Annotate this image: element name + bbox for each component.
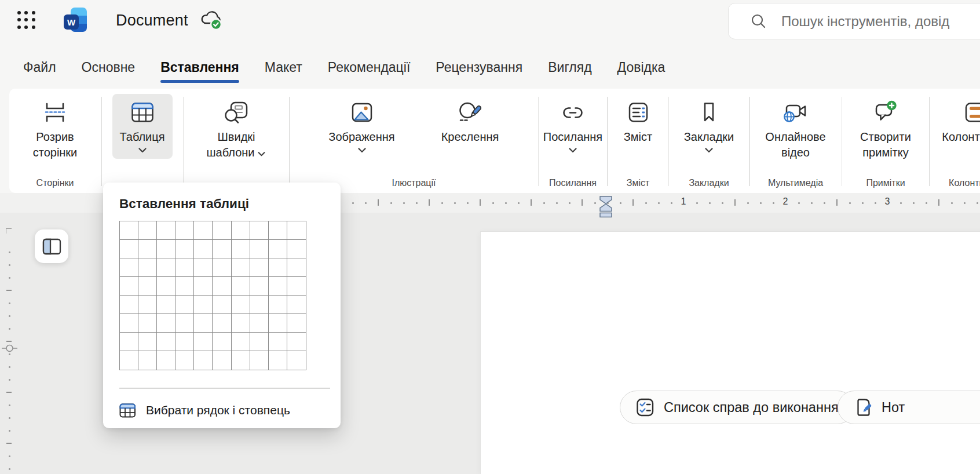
table-grid-cell[interactable] bbox=[194, 333, 213, 351]
table-grid-cell[interactable] bbox=[157, 333, 175, 351]
table-grid-cell[interactable] bbox=[213, 314, 231, 333]
table-grid-cell[interactable] bbox=[138, 277, 157, 296]
table-grid-cell[interactable] bbox=[232, 258, 250, 277]
table-grid-cell[interactable] bbox=[250, 240, 269, 258]
table-grid-cell[interactable] bbox=[138, 296, 157, 314]
table-grid-cell[interactable] bbox=[232, 221, 250, 240]
link-button[interactable]: Посилання bbox=[540, 94, 606, 155]
table-grid-cell[interactable] bbox=[175, 277, 194, 296]
table-grid-cell[interactable] bbox=[287, 333, 306, 351]
table-grid-cell[interactable] bbox=[269, 240, 287, 258]
table-grid-cell[interactable] bbox=[250, 296, 269, 314]
table-grid-cell[interactable] bbox=[232, 351, 250, 370]
table-grid-cell[interactable] bbox=[120, 296, 138, 314]
table-grid-cell[interactable] bbox=[157, 258, 175, 277]
table-grid-cell[interactable] bbox=[287, 258, 306, 277]
table-grid-cell[interactable] bbox=[138, 333, 157, 351]
tab-layout[interactable]: Макет bbox=[265, 60, 302, 75]
table-grid-cell[interactable] bbox=[232, 314, 250, 333]
table-grid-cell[interactable] bbox=[175, 258, 194, 277]
table-grid-cell[interactable] bbox=[120, 333, 138, 351]
table-grid-cell[interactable] bbox=[120, 314, 138, 333]
table-grid-cell[interactable] bbox=[175, 296, 194, 314]
table-grid-cell[interactable] bbox=[194, 351, 213, 370]
tab-help[interactable]: Довідка bbox=[617, 60, 665, 75]
table-grid-cell[interactable] bbox=[250, 258, 269, 277]
document-page[interactable] bbox=[481, 232, 980, 474]
table-grid-cell[interactable] bbox=[175, 221, 194, 240]
table-grid-cell[interactable] bbox=[250, 333, 269, 351]
table-grid-cell[interactable] bbox=[213, 333, 231, 351]
table-grid-cell[interactable] bbox=[120, 351, 138, 370]
document-title[interactable]: Document bbox=[116, 12, 188, 30]
table-grid-cell[interactable] bbox=[157, 314, 175, 333]
search-input[interactable]: Пошук інструментів, довід bbox=[728, 3, 980, 39]
table-grid-cell[interactable] bbox=[138, 240, 157, 258]
table-grid-cell[interactable] bbox=[269, 351, 287, 370]
table-grid-cell[interactable] bbox=[250, 277, 269, 296]
table-grid-cell[interactable] bbox=[194, 258, 213, 277]
table-grid-cell[interactable] bbox=[138, 314, 157, 333]
table-grid-cell[interactable] bbox=[194, 221, 213, 240]
table-grid-cell[interactable] bbox=[232, 240, 250, 258]
tab-file[interactable]: Файл bbox=[23, 60, 56, 75]
page-break-button[interactable]: Розрив сторінки bbox=[18, 94, 92, 163]
table-grid-cell[interactable] bbox=[175, 351, 194, 370]
table-grid-cell[interactable] bbox=[213, 296, 231, 314]
table-grid-cell[interactable] bbox=[120, 258, 138, 277]
todo-list-suggestion-button[interactable]: Список справ до виконання bbox=[620, 391, 854, 424]
table-grid-cell[interactable] bbox=[157, 240, 175, 258]
table-grid-cell[interactable] bbox=[287, 351, 306, 370]
table-grid-cell[interactable] bbox=[250, 221, 269, 240]
table-grid-cell[interactable] bbox=[138, 351, 157, 370]
table-grid-cell[interactable] bbox=[287, 314, 306, 333]
table-grid-cell[interactable] bbox=[120, 277, 138, 296]
table-grid-cell[interactable] bbox=[213, 277, 231, 296]
table-grid-cell[interactable] bbox=[269, 277, 287, 296]
table-grid-cell[interactable] bbox=[157, 351, 175, 370]
table-grid-cell[interactable] bbox=[175, 314, 194, 333]
table-grid-cell[interactable] bbox=[157, 221, 175, 240]
choose-rows-columns-item[interactable]: Вибрати рядок і стовпець bbox=[119, 403, 324, 418]
table-grid-cell[interactable] bbox=[250, 351, 269, 370]
table-grid-cell[interactable] bbox=[120, 221, 138, 240]
drawing-button[interactable]: Креслення bbox=[422, 94, 518, 155]
table-grid-cell[interactable] bbox=[287, 240, 306, 258]
table-grid-cell[interactable] bbox=[213, 240, 231, 258]
table-grid-cell[interactable] bbox=[194, 314, 213, 333]
tab-home[interactable]: Основне bbox=[82, 60, 136, 75]
table-grid-cell[interactable] bbox=[138, 221, 157, 240]
cloud-saved-icon[interactable] bbox=[199, 9, 224, 35]
table-grid-cell[interactable] bbox=[269, 258, 287, 277]
table-grid-cell[interactable] bbox=[175, 333, 194, 351]
table-grid-cell[interactable] bbox=[232, 277, 250, 296]
table-button[interactable]: Таблиця bbox=[112, 94, 173, 159]
app-launcher-button[interactable] bbox=[16, 9, 37, 31]
quick-templates-button[interactable]: Швидкі шаблони bbox=[190, 94, 283, 163]
online-video-button[interactable]: Онлайнове відео bbox=[755, 94, 836, 163]
table-grid-cell[interactable] bbox=[213, 221, 231, 240]
table-grid-cell[interactable] bbox=[194, 296, 213, 314]
table-grid-cell[interactable] bbox=[232, 296, 250, 314]
table-grid-cell[interactable] bbox=[287, 296, 306, 314]
table-grid-cell[interactable] bbox=[157, 296, 175, 314]
table-grid-cell[interactable] bbox=[287, 221, 306, 240]
table-grid-cell[interactable] bbox=[287, 277, 306, 296]
bookmarks-button[interactable]: Закладки bbox=[681, 94, 738, 155]
page-panel-button[interactable] bbox=[35, 229, 68, 263]
table-grid-cell[interactable] bbox=[269, 221, 287, 240]
indent-marker[interactable] bbox=[599, 196, 613, 220]
table-grid-cell[interactable] bbox=[194, 240, 213, 258]
toc-button[interactable]: Зміст bbox=[620, 94, 656, 147]
table-grid-cell[interactable] bbox=[138, 258, 157, 277]
table-grid-cell[interactable] bbox=[175, 240, 194, 258]
table-grid-cell[interactable] bbox=[120, 240, 138, 258]
table-grid-cell[interactable] bbox=[213, 351, 231, 370]
new-comment-button[interactable]: Створити примітку bbox=[845, 94, 926, 163]
table-grid-cell[interactable] bbox=[269, 296, 287, 314]
table-grid-cell[interactable] bbox=[213, 258, 231, 277]
table-grid-cell[interactable] bbox=[269, 314, 287, 333]
table-grid-cell[interactable] bbox=[232, 333, 250, 351]
picture-button[interactable]: Зображення bbox=[310, 94, 414, 155]
tab-recommendations[interactable]: Рекомендації bbox=[328, 60, 410, 75]
